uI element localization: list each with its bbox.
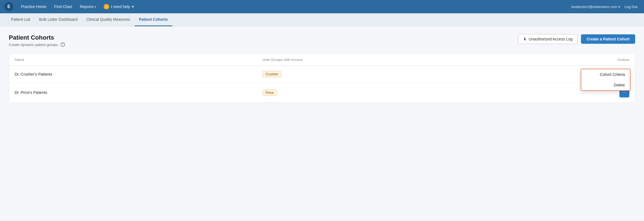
subnav-patient-cohorts[interactable]: Patient Cohorts — [135, 13, 172, 26]
page-header: Patient Cohorts Create dynamic patient g… — [9, 34, 635, 47]
top-navigation: E Practice Home Find Chart Reports ▾ ⚠ I… — [0, 0, 644, 13]
col-header-name: Name — [9, 54, 257, 66]
reports-caret-icon: ▾ — [95, 5, 96, 8]
page-actions: ⬇ Unauthorized Access Log Create a Patie… — [518, 34, 635, 44]
dropdown-delete[interactable]: Delete — [581, 80, 630, 90]
download-icon: ⬇ — [523, 37, 527, 41]
col-header-user-groups: User Groups with Access — [257, 54, 518, 66]
cohorts-table: Name User Groups with Access Actions Dr.… — [9, 54, 635, 102]
help-warning-icon: ⚠ — [104, 4, 109, 9]
subnav-clinical-quality[interactable]: Clinical Quality Measures — [82, 13, 135, 26]
actions-dropdown-menu: Cohort Criteria Delete — [581, 69, 630, 91]
page-title-area: Patient Cohorts Create dynamic patient g… — [9, 34, 65, 47]
cohort-tags-cell: Price — [257, 83, 518, 103]
cohort-tags-cell: Crusher — [257, 66, 518, 83]
subnav-patient-list[interactable]: Patient List — [7, 13, 35, 26]
nav-practice-home[interactable]: Practice Home — [18, 3, 50, 11]
tag-badge: Crusher — [263, 71, 281, 77]
tag-badge: Price — [263, 89, 277, 96]
top-nav-right: testdoctor2@elationemr.com ▾ Log Out — [571, 4, 640, 10]
logout-button[interactable]: Log Out — [622, 4, 640, 10]
cohorts-table-container: Name User Groups with Access Actions Dr.… — [9, 53, 635, 103]
page-title: Patient Cohorts — [9, 34, 65, 41]
help-button[interactable]: ⚠ I need help ▾ — [100, 2, 137, 11]
subnav-bulk-letter[interactable]: Bulk Letter Dashboard — [35, 13, 82, 26]
table-row: Dr. Crusher's Patients Crusher Cohort Cr… — [9, 66, 635, 83]
create-cohort-button[interactable]: Create a Patient Cohort — [581, 34, 635, 44]
unauthorized-access-log-button[interactable]: ⬇ Unauthorized Access Log — [518, 34, 578, 44]
help-caret-icon: ▾ — [132, 4, 134, 9]
app-logo[interactable]: E — [4, 2, 13, 11]
nav-find-chart[interactable]: Find Chart — [51, 3, 75, 11]
cohort-name-cell: Dr. Price's Patients — [9, 83, 257, 103]
cohort-name-cell: Dr. Crusher's Patients — [9, 66, 257, 83]
table-row: Dr. Price's Patients Price ··· — [9, 83, 635, 103]
cohort-actions-cell: Cohort Criteria Delete — [518, 66, 635, 83]
user-email[interactable]: testdoctor2@elationemr.com ▾ — [571, 5, 620, 9]
subtitle-help-icon[interactable]: ? — [61, 42, 65, 47]
page-content: Patient Cohorts Create dynamic patient g… — [0, 26, 644, 220]
col-header-actions: Actions — [518, 54, 635, 66]
nav-reports[interactable]: Reports ▾ — [77, 3, 99, 11]
top-nav-links: Practice Home Find Chart Reports ▾ ⚠ I n… — [18, 2, 571, 11]
dropdown-cohort-criteria[interactable]: Cohort Criteria — [581, 69, 630, 80]
table-header-row: Name User Groups with Access Actions — [9, 54, 635, 66]
sub-navigation: Patient List Bulk Letter Dashboard Clini… — [0, 13, 644, 26]
user-email-caret-icon: ▾ — [618, 5, 620, 9]
page-subtitle: Create dynamic patient groups. ? — [9, 42, 65, 47]
